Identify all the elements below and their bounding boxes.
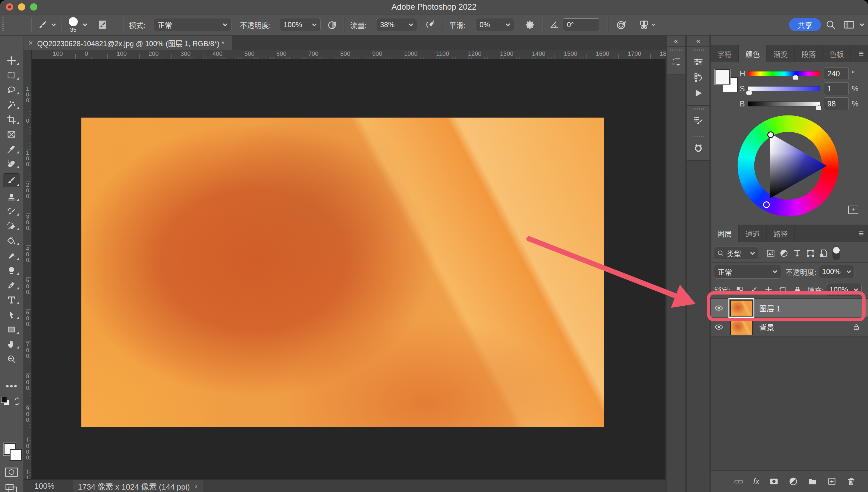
eyedropper-tool[interactable] [3,144,20,154]
brush-preset-picker[interactable]: 35 [69,15,87,35]
delete-layer-button[interactable] [846,476,856,486]
layer-row-layer1[interactable]: 图层 1 [711,299,868,318]
foreground-background-swatches[interactable] [0,443,23,460]
fill-select[interactable]: 100% [826,283,862,296]
swap-colors-icon[interactable] [12,397,22,406]
filter-adjustment-layers-icon[interactable] [780,249,788,258]
filter-type-layers-icon[interactable] [793,249,802,258]
tab-layers[interactable]: 图层 [711,225,739,242]
path-selection-tool[interactable] [3,310,20,320]
zoom-level[interactable]: 100% [34,482,55,491]
brightness-input[interactable]: 98 [824,97,849,110]
tab-paths[interactable]: 路径 [767,225,795,242]
type-tool[interactable] [3,295,20,305]
eraser-tool[interactable] [3,221,20,231]
tab-gradient[interactable]: 渐变 [767,45,795,62]
document-info[interactable]: 1734 像素 x 1024 像素 (144 ppi) › [73,479,203,492]
saturation-slider[interactable] [748,86,820,91]
layer-thumbnail[interactable] [730,300,752,316]
filter-shape-layers-icon[interactable] [806,249,815,258]
healing-brush-tool[interactable] [3,159,20,169]
layer-filter-select[interactable]: 类型 [714,247,758,260]
tab-channels[interactable]: 通道 [739,225,767,242]
history-brush-tool[interactable] [3,206,20,217]
brightness-slider-thumb[interactable] [815,105,822,110]
tab-character[interactable]: 字符 [711,45,739,62]
frame-tool[interactable] [3,129,20,140]
adjustment-layer-button[interactable] [788,476,798,486]
document-viewport[interactable] [24,50,665,479]
hue-input[interactable]: 240 [824,67,849,80]
layer-blend-mode-select[interactable]: 正常 [714,265,781,278]
magic-wand-tool[interactable] [3,100,20,110]
filter-toggle-switch[interactable] [833,246,840,260]
hue-ring-marker[interactable] [763,201,770,208]
lock-pixels-icon[interactable] [750,286,758,294]
layer-thumbnail[interactable] [730,319,752,335]
layer-row-background[interactable]: 背景 [711,318,868,337]
pressure-size-button[interactable] [616,15,627,35]
brushes-panel-button[interactable] [669,54,683,70]
link-layers-button[interactable] [734,476,743,486]
triangle-marker[interactable] [767,131,774,138]
dodge-tool[interactable] [3,265,20,275]
marquee-tool[interactable] [3,70,20,80]
properties-panel-button[interactable] [691,54,706,70]
blend-mode-select[interactable]: 正常 [154,15,231,35]
layer-opacity-select[interactable]: 100% [819,265,854,278]
collapse-dock-chevron[interactable]: « [667,35,685,47]
new-group-button[interactable] [808,476,817,486]
document-tab[interactable]: × QQ20230628-104821@2x.jpg @ 100% (图层 1,… [24,35,232,50]
panel-menu-icon[interactable]: ≡ [858,225,868,242]
background-color-swatch[interactable] [10,449,22,461]
smoothing-select[interactable]: 0% [476,15,514,35]
quick-mask-button[interactable] [0,467,23,477]
pressure-opacity-button[interactable] [327,15,337,35]
share-button[interactable]: 共享 [789,18,821,31]
filter-pixel-layers-icon[interactable] [766,249,775,258]
toggle-brush-settings-button[interactable] [97,15,108,35]
lock-all-icon[interactable] [794,286,801,294]
foreground-color-swatch[interactable] [715,69,730,84]
lasso-tool[interactable] [3,85,20,95]
filter-smart-objects-icon[interactable] [819,249,828,258]
brush-settings-panel-button[interactable] [691,113,706,128]
crop-tool[interactable] [3,115,20,125]
ruler-left[interactable]: 100010020030040050060070080090010001100 [24,59,32,479]
status-chevron-icon[interactable]: › [195,481,197,491]
brush-tool[interactable] [3,174,20,187]
move-tool[interactable] [3,55,20,66]
smudge-tool[interactable] [3,250,20,261]
canvas-image[interactable] [81,118,604,427]
default-colors-icon[interactable] [1,397,10,405]
lock-position-icon[interactable] [765,286,772,294]
pen-tool[interactable] [3,280,20,290]
shape-tool[interactable] [3,324,20,335]
paint-bucket-tool[interactable] [3,236,20,246]
layer-style-button[interactable]: fx [753,477,760,486]
hue-slider[interactable] [748,71,820,76]
panel-menu-icon[interactable]: ≡ [858,45,868,62]
default-and-swap-colors[interactable] [0,397,23,406]
background-lock[interactable] [852,323,860,331]
collapse-dock-chevron[interactable]: « [687,35,710,47]
screen-mode-button[interactable] [0,484,23,492]
layer-visibility-toggle[interactable] [711,318,727,337]
panel-color-swatches[interactable] [715,69,739,94]
tool-preset-button[interactable] [37,15,56,35]
zoom-tool[interactable] [3,354,20,364]
ruler-top[interactable]: 1000100200300400500600700800900100011001… [24,50,665,59]
smoothing-options-button[interactable] [525,15,535,35]
close-tab-icon[interactable]: × [28,38,33,48]
angle-input[interactable]: 0° [563,15,599,35]
edit-toolbar-button[interactable] [0,384,23,389]
airbrush-button[interactable] [424,15,435,35]
brightness-slider[interactable] [748,101,820,106]
clone-source-panel-button[interactable] [691,140,706,156]
tab-swatches[interactable]: 色板 [823,45,851,62]
workspace-switcher[interactable] [843,15,864,35]
actions-panel-button[interactable] [691,85,706,101]
add-to-swatches-button[interactable]: + [848,205,858,214]
clone-stamp-tool[interactable] [3,192,20,202]
search-button[interactable] [825,15,836,35]
